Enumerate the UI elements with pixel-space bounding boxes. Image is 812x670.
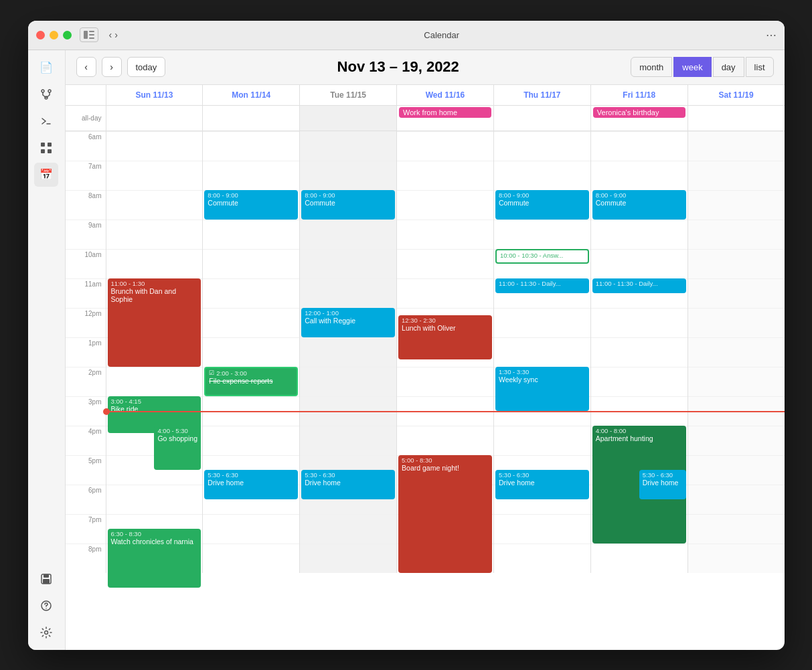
time-2pm: 2pm [66,367,106,396]
day-header-wed: Wed 11/16 [396,85,493,105]
time-grid-inner: 6am 7am 8am 9am 10am 11am 12pm 1pm 2pm 3… [66,131,785,573]
allday-cell-tue [299,106,396,131]
current-time-indicator [106,411,785,412]
svg-rect-3 [89,37,94,39]
svg-point-4 [42,90,44,92]
traffic-lights [36,31,72,39]
svg-rect-10 [48,149,52,153]
sidebar-icon-save[interactable] [34,567,58,591]
day-col-sat[interactable] [687,131,785,573]
next-week-button[interactable]: › [102,57,122,77]
svg-rect-1 [89,31,94,32]
browser-nav: ‹ › [109,29,118,40]
event-commute-fri[interactable]: 8:00 - 9:00 Commute [592,190,686,220]
svg-point-16 [45,631,48,634]
calendar-area: ‹ › today Nov 13 – 19, 2022 month week d… [66,50,785,650]
left-sidebar: 📄 📅 [28,50,66,650]
today-button[interactable]: today [127,57,166,77]
time-grid[interactable]: 6am 7am 8am 9am 10am 11am 12pm 1pm 2pm 3… [66,131,785,650]
allday-event-birthday[interactable]: Veronica's birthday [593,107,685,118]
minimize-button[interactable] [50,31,58,39]
back-button[interactable]: ‹ [109,29,112,40]
day-header-tue: Tue 11/15 [299,85,396,105]
event-commute-mon[interactable]: 8:00 - 9:00 Commute [204,190,298,220]
titlebar: ‹ › Calendar ⋯ [28,21,785,50]
svg-rect-7 [41,143,45,147]
sidebar-icon-settings[interactable] [34,620,58,645]
svg-rect-12 [44,574,49,578]
fullscreen-button[interactable] [63,31,72,39]
close-button[interactable] [36,31,45,39]
week-title: Nov 13 – 19, 2022 [337,58,459,76]
svg-rect-0 [84,31,88,39]
day-col-sun[interactable]: 11:00 - 1:30 Brunch with Dan and Sophie … [106,131,203,573]
day-view-button[interactable]: day [713,57,744,77]
day-col-thu[interactable]: 8:00 - 9:00 Commute 10:00 - 10:30 - Answ… [493,131,590,573]
event-narnia[interactable]: 6:30 - 8:30 Watch chronicles of narnia [108,529,201,588]
event-callreggie[interactable]: 12:00 - 1:00 Call with Reggie [301,308,395,337]
day-header-sun: Sun 11/13 [106,85,203,105]
event-drivehome-tue[interactable]: 5:30 - 6:30 Drive home [301,470,395,499]
svg-rect-13 [43,579,50,584]
sidebar-icon-terminal[interactable] [34,109,58,133]
window-title: Calendar [118,30,766,40]
allday-row: all-day Work from home Veronica's birthd… [66,106,785,131]
week-view-button[interactable]: week [673,57,711,77]
event-daily-thu[interactable]: 11:00 - 11:30 - Daily... [495,278,589,293]
allday-cell-sat [687,106,785,131]
time-6am: 6am [66,131,106,161]
allday-cell-thu [493,106,590,131]
calendar-toolbar: ‹ › today Nov 13 – 19, 2022 month week d… [66,50,785,85]
time-column: 6am 7am 8am 9am 10am 11am 12pm 1pm 2pm 3… [66,131,106,573]
event-drivehome-mon[interactable]: 5:30 - 6:30 Drive home [204,470,298,499]
day-col-wed[interactable]: 12:30 - 2:30 Lunch with Oliver 5:00 - 8:… [396,131,493,573]
time-4pm: 4pm [66,426,106,455]
event-goshopping[interactable]: 4:00 - 5:30 Go shopping [154,426,201,470]
day-header-fri: Fri 11/18 [590,85,687,105]
toolbar-center: Nov 13 – 19, 2022 [165,58,631,76]
event-commute-tue[interactable]: 8:00 - 9:00 Commute [301,190,395,220]
day-col-fri[interactable]: 8:00 - 9:00 Commute 11:00 - 11:30 - Dail… [590,131,687,573]
allday-event-workfromhome[interactable]: Work from home [399,107,491,118]
event-drivehome-fri[interactable]: 5:30 - 6:30 Drive home [639,470,686,499]
main-layout: 📄 📅 [28,50,785,650]
time-8pm: 8pm [66,543,106,573]
sidebar-icon-branch[interactable] [34,82,58,106]
navigation-controls: ‹ › today [76,57,166,77]
sidebar-icon-new[interactable]: 📄 [34,56,58,80]
event-weeklysync[interactable]: 1:30 - 3:30 Weekly sync [495,367,589,411]
day-col-mon[interactable]: 8:00 - 9:00 Commute ☑ 2:00 - 3:00 File e… [202,131,299,573]
time-6pm: 6pm [66,485,106,514]
sidebar-icon-calendar[interactable]: 📅 [34,163,58,187]
event-expenses[interactable]: ☑ 2:00 - 3:00 File expense reports [204,367,298,396]
allday-cell-fri: Veronica's birthday [590,106,687,131]
sidebar-icon-help[interactable] [34,594,58,618]
allday-cell-sun [106,106,203,131]
time-8am: 8am [66,190,106,220]
event-drivehome-thu[interactable]: 5:30 - 6:30 Drive home [495,470,589,499]
event-lunch-oliver[interactable]: 12:30 - 2:30 Lunch with Oliver [398,315,492,359]
day-header-sat: Sat 11/19 [687,85,785,105]
list-view-button[interactable]: list [746,57,774,77]
more-options-button[interactable]: ⋯ [766,29,777,41]
sidebar-toggle-button[interactable] [80,27,98,42]
sidebar-icon-grid[interactable] [34,136,58,160]
allday-label: all-day [66,106,106,131]
time-10am: 10am [66,249,106,278]
day-header-mon: Mon 11/14 [202,85,299,105]
prev-week-button[interactable]: ‹ [76,57,96,77]
month-view-button[interactable]: month [631,57,672,77]
event-answer[interactable]: 10:00 - 10:30 - Answ... [495,249,589,264]
event-commute-thu[interactable]: 8:00 - 9:00 Commute [495,190,589,220]
day-header-thu: Thu 11/17 [493,85,590,105]
sidebar-bottom-icons [34,567,58,645]
view-switcher: month week day list [631,57,773,77]
event-daily-fri[interactable]: 11:00 - 11:30 - Daily... [592,278,686,293]
day-col-tue[interactable]: 8:00 - 9:00 Commute 12:00 - 1:00 Call wi… [299,131,396,573]
time-1pm: 1pm [66,337,106,367]
allday-cell-mon [202,106,299,131]
current-time-dot [103,408,110,415]
svg-point-15 [46,608,47,609]
event-brunch[interactable]: 11:00 - 1:30 Brunch with Dan and Sophie [108,278,201,367]
event-boardgame[interactable]: 5:00 - 8:30 Board game night! [398,455,492,573]
